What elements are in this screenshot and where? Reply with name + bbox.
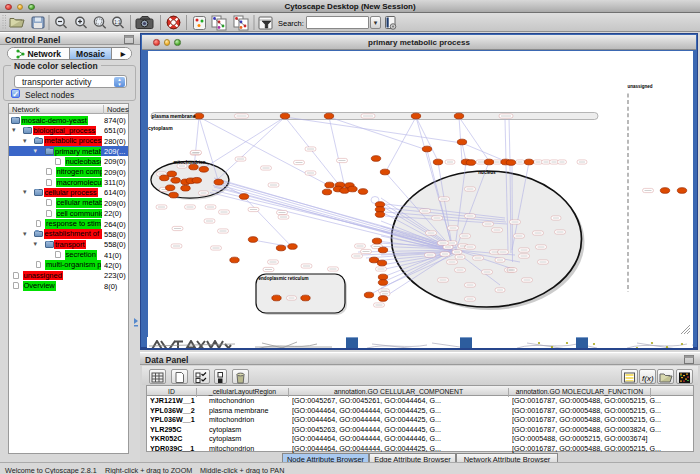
svg-text:1:1: 1:1 bbox=[114, 20, 121, 25]
svg-text:f(x): f(x) bbox=[642, 374, 654, 383]
svg-text:plasma membrane: plasma membrane bbox=[152, 113, 196, 119]
svg-text:endoplasmic reticulum: endoplasmic reticulum bbox=[259, 276, 309, 281]
svg-text:unassigned: unassigned bbox=[628, 84, 653, 89]
svg-text:mitochondrion: mitochondrion bbox=[173, 160, 205, 165]
svg-text:nucleus: nucleus bbox=[478, 170, 496, 175]
svg-text:cytoplasm: cytoplasm bbox=[148, 125, 173, 131]
svg-text:Search:: Search: bbox=[278, 19, 304, 28]
